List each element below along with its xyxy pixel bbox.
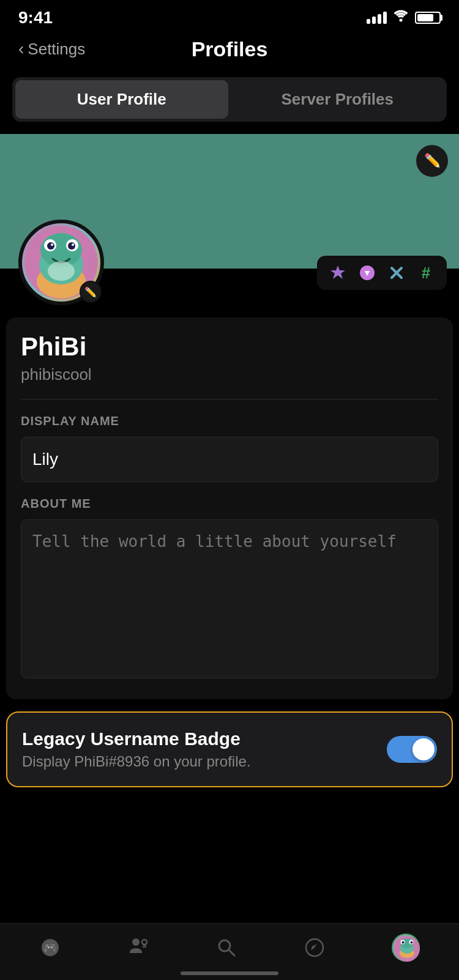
legacy-badge-description: Display PhiBi#8936 on your profile. xyxy=(22,753,251,770)
svg-marker-12 xyxy=(330,265,345,279)
back-chevron-icon: ‹ xyxy=(18,39,24,59)
bottom-nav-avatar-image xyxy=(393,935,421,963)
badge-staff xyxy=(383,259,410,286)
home-indicator xyxy=(181,971,278,975)
svg-point-23 xyxy=(306,939,323,956)
search-icon xyxy=(215,937,237,959)
edit-banner-button[interactable]: ✏️ xyxy=(416,145,448,177)
badge-boost: ▼ xyxy=(354,259,381,286)
status-icons xyxy=(367,10,441,26)
about-me-label: ABOUT ME xyxy=(21,497,438,511)
profile-banner: ✏️ xyxy=(0,134,459,269)
status-bar: 9:41 xyxy=(0,0,459,33)
profile-info-section: PhiBi phibiscool DISPLAY NAME ABOUT ME xyxy=(6,317,453,699)
username-handle: phibiscool xyxy=(21,365,438,384)
staff-badge-icon xyxy=(388,264,405,281)
display-name-field: DISPLAY NAME xyxy=(21,414,438,482)
divider xyxy=(21,399,438,399)
svg-line-22 xyxy=(229,950,234,956)
friends-icon xyxy=(127,935,149,961)
legacy-badge-toggle[interactable] xyxy=(387,736,437,763)
signal-bars-icon xyxy=(367,12,387,24)
tab-user-profile[interactable]: User Profile xyxy=(15,80,228,119)
svg-point-8 xyxy=(68,242,75,250)
avatar-container: ✏️ xyxy=(18,220,104,305)
home-icon: 🎮 xyxy=(39,937,61,959)
svg-point-7 xyxy=(47,242,54,250)
friends-icon-svg xyxy=(127,935,149,957)
edit-avatar-button[interactable]: ✏️ xyxy=(80,281,102,303)
badges-row: ▼ # xyxy=(317,256,447,290)
legacy-badge-title: Legacy Username Badge xyxy=(22,729,251,749)
badge-nitro xyxy=(324,259,351,286)
edit-avatar-icon: ✏️ xyxy=(84,286,97,298)
nitro-badge-icon xyxy=(329,264,346,281)
badge-hashtag: # xyxy=(412,259,439,286)
wifi-icon xyxy=(393,10,409,26)
svg-point-30 xyxy=(402,941,405,944)
svg-point-11 xyxy=(48,261,75,281)
boost-badge-icon: ▼ xyxy=(359,264,376,281)
edit-banner-icon: ✏️ xyxy=(424,153,441,169)
svg-point-20 xyxy=(142,940,147,945)
bottom-nav-friends[interactable] xyxy=(127,935,149,961)
back-label: Settings xyxy=(28,40,85,59)
bottom-nav-profile[interactable] xyxy=(392,934,420,962)
bottom-nav-search[interactable] xyxy=(215,937,237,959)
svg-text:🎮: 🎮 xyxy=(43,941,58,954)
page-title: Profiles xyxy=(192,37,268,61)
legacy-badge-text: Legacy Username Badge Display PhiBi#8936… xyxy=(22,729,251,770)
about-me-input[interactable] xyxy=(21,519,438,678)
bottom-nav-avatar xyxy=(392,934,420,962)
svg-point-10 xyxy=(72,243,74,246)
svg-point-31 xyxy=(411,941,413,944)
battery-icon xyxy=(415,12,441,24)
bottom-nav-home[interactable]: 🎮 xyxy=(39,937,61,959)
display-name-label: DISPLAY NAME xyxy=(21,414,438,428)
username-display: PhiBi xyxy=(21,332,438,362)
svg-point-9 xyxy=(51,243,53,246)
toggle-knob xyxy=(412,738,435,760)
about-me-field: ABOUT ME xyxy=(21,497,438,681)
back-button[interactable]: ‹ Settings xyxy=(18,39,85,59)
svg-point-19 xyxy=(132,938,140,946)
compass-icon xyxy=(304,937,326,959)
svg-point-0 xyxy=(400,19,403,22)
status-time: 9:41 xyxy=(18,8,53,28)
display-name-input[interactable] xyxy=(21,437,438,482)
bottom-nav-discover[interactable] xyxy=(304,937,326,959)
nav-bar: ‹ Settings Profiles xyxy=(0,33,459,71)
tab-switcher: User Profile Server Profiles xyxy=(12,77,447,122)
tab-server-profiles[interactable]: Server Profiles xyxy=(231,80,444,119)
svg-text:▼: ▼ xyxy=(363,268,371,278)
legacy-badge-card: Legacy Username Badge Display PhiBi#8936… xyxy=(6,711,453,787)
